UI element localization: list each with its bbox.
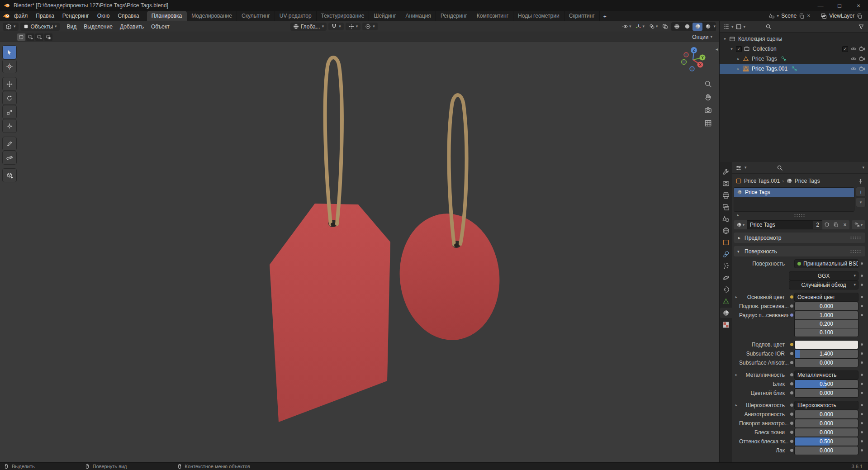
maximize-button[interactable]: □	[830, 0, 849, 11]
price-tag-object[interactable]	[270, 204, 390, 422]
color-swatch[interactable]	[795, 341, 858, 349]
workspace-tab-0[interactable]: Планировка	[147, 11, 187, 21]
select-mode-subtract-button[interactable]	[35, 33, 43, 41]
menu-4[interactable]: Справка	[114, 12, 143, 20]
select-mode-extend-button[interactable]	[26, 33, 34, 41]
value-slider[interactable]: 0.500	[795, 437, 858, 446]
disclosure-icon[interactable]: ▾	[722, 37, 727, 41]
properties-tab-particles[interactable]	[720, 261, 732, 271]
animate-decorator[interactable]	[858, 314, 865, 316]
3d-viewport[interactable]: ▾ Объекты ▾ ВидВыделениеДобавитьОбъект Г…	[0, 21, 719, 462]
dropdown-input[interactable]: Случайный обход▾	[789, 281, 858, 289]
workspace-tab-4[interactable]: Текстурирование	[317, 11, 370, 21]
properties-editor-icon[interactable]	[735, 165, 742, 171]
outliner-row-2[interactable]: ▸Price Tags	[720, 54, 868, 64]
xray-toggle[interactable]	[661, 23, 669, 30]
dropdown-input[interactable]: GGX▾	[789, 272, 858, 280]
outliner-search[interactable]	[747, 24, 856, 30]
transform-orientation-dropdown[interactable]: Глоба... ▾	[290, 23, 327, 31]
new-material-button[interactable]	[831, 220, 840, 229]
view-layer-name[interactable]: ViewLayer	[829, 13, 854, 19]
properties-tab-render[interactable]	[720, 178, 732, 189]
shading-material-button[interactable]	[693, 23, 702, 31]
workspace-tab-1[interactable]: Моделирование	[187, 11, 237, 21]
disclosure-icon[interactable]: ▸	[736, 66, 741, 71]
animate-decorator[interactable]	[858, 275, 865, 277]
value-slider[interactable]: 0.000	[795, 419, 858, 427]
collection-checkbox[interactable]: ✓	[736, 46, 742, 52]
shading-solid-button[interactable]	[682, 23, 692, 31]
select-mode-set-button[interactable]	[17, 33, 25, 41]
unlink-material-button[interactable]: ×	[840, 220, 849, 229]
tool-measure-button[interactable]	[3, 151, 16, 164]
value-slider[interactable]: 0.000	[795, 446, 858, 455]
options-button[interactable]: Опции ▾	[692, 34, 714, 40]
workspace-tab-3[interactable]: UV-редактор	[275, 11, 317, 21]
value-slider[interactable]: 1.400	[795, 350, 858, 358]
properties-tab-material[interactable]	[720, 308, 732, 318]
tool-add-cube-button[interactable]	[3, 169, 16, 182]
slot-specials-button[interactable]: ▾	[856, 198, 865, 207]
gizmos-toggle[interactable]: ▾	[634, 23, 646, 30]
value-slider[interactable]: 0.500	[795, 380, 858, 388]
material-users-count[interactable]: 2	[813, 220, 822, 229]
camera-view-button[interactable]	[703, 105, 712, 114]
node-tree-button[interactable]: ▾	[852, 220, 865, 229]
properties-tab-tool[interactable]	[720, 166, 732, 177]
viewport-menu-3[interactable]: Объект	[147, 23, 173, 31]
properties-tab-data[interactable]	[720, 296, 732, 306]
properties-tab-modifiers[interactable]	[720, 249, 732, 259]
material-name-field[interactable]: Price Tags	[747, 220, 813, 229]
expand-icon[interactable]: ►	[735, 214, 741, 217]
scene-name[interactable]: Scene	[781, 13, 797, 19]
node-link-input[interactable]: Металличность	[795, 371, 858, 379]
properties-tab-texture[interactable]	[720, 319, 732, 330]
value-slider[interactable]: 0.000	[795, 389, 858, 397]
workspace-tab-6[interactable]: Анимация	[401, 11, 436, 21]
pin-icon[interactable]	[858, 178, 863, 184]
workspace-tab-2[interactable]: Скульптинг	[237, 11, 275, 21]
add-workspace-button[interactable]: +	[600, 13, 610, 21]
expand-icon[interactable]: ►	[734, 295, 739, 299]
node-link-input[interactable]: Принципиальный BSDF	[795, 260, 858, 268]
display-mode-icon[interactable]	[735, 24, 742, 30]
properties-tab-viewlayer[interactable]	[720, 202, 732, 212]
material-slot-active[interactable]: Price Tags	[734, 188, 854, 197]
menu-0[interactable]: файл	[10, 12, 32, 20]
disclosure-icon[interactable]: ▾	[729, 47, 734, 51]
resize-grip[interactable]	[794, 214, 806, 217]
animate-decorator[interactable]	[858, 413, 865, 415]
snap-target-dropdown[interactable]: ▾	[346, 23, 361, 30]
animate-decorator[interactable]	[858, 343, 865, 346]
disclosure-icon[interactable]: ▸	[736, 57, 741, 61]
animate-decorator[interactable]	[858, 305, 865, 307]
value-slider[interactable]: 0.100	[795, 328, 858, 337]
animate-decorator[interactable]	[858, 296, 865, 298]
minimize-button[interactable]: —	[811, 0, 830, 11]
animate-decorator[interactable]	[858, 440, 865, 442]
animate-decorator[interactable]	[858, 374, 865, 376]
value-slider[interactable]: 0.000	[795, 410, 858, 418]
properties-tab-physics[interactable]	[720, 272, 732, 283]
preview-panel-header[interactable]: ► Предпросмотр	[734, 233, 865, 243]
expand-icon[interactable]: ►	[734, 373, 739, 376]
panel-grip[interactable]	[850, 250, 862, 253]
workspace-tab-5[interactable]: Шейдинг	[369, 11, 401, 21]
panel-grip[interactable]	[850, 236, 862, 239]
new-view-layer-icon[interactable]	[857, 13, 863, 19]
filter-icon[interactable]	[858, 24, 864, 30]
n-panel-toggle[interactable]: ◂	[716, 47, 718, 52]
animate-decorator[interactable]	[858, 431, 865, 433]
new-scene-icon[interactable]	[799, 13, 805, 19]
animate-decorator[interactable]	[858, 404, 865, 406]
properties-tab-object[interactable]	[720, 237, 732, 247]
workspace-tab-9[interactable]: Ноды геометрии	[513, 11, 564, 21]
render-checkbox[interactable]: ✓	[842, 46, 848, 52]
workspace-tab-10[interactable]: Скриптинг	[564, 11, 600, 21]
tool-move-button[interactable]	[3, 77, 16, 90]
animate-decorator[interactable]	[858, 422, 865, 424]
unlink-scene-icon[interactable]: ×	[807, 13, 810, 19]
animate-decorator[interactable]	[858, 262, 865, 265]
animate-decorator[interactable]	[858, 383, 865, 385]
breadcrumb-object[interactable]: Price Tags.001	[744, 178, 780, 184]
